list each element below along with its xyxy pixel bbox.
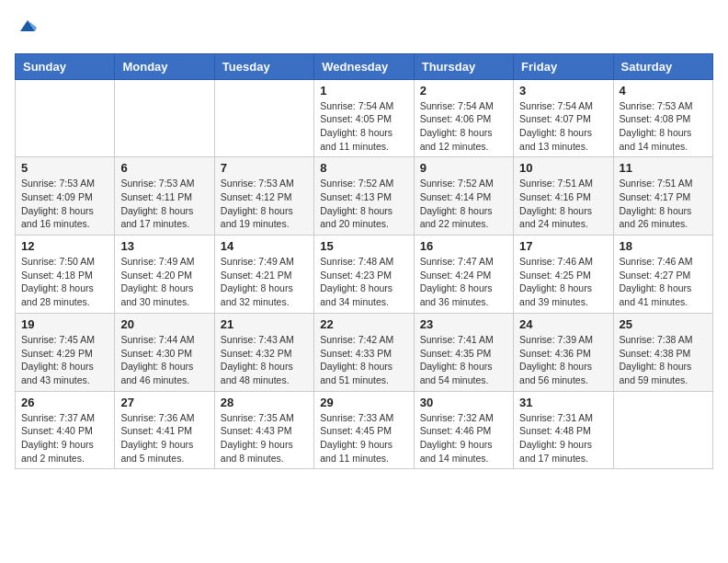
calendar-week-row: 26Sunrise: 7:37 AMSunset: 4:40 PMDayligh… [16,391,713,469]
day-number: 29 [320,396,407,409]
calendar-day-cell: 5Sunrise: 7:53 AMSunset: 4:09 PMDaylight… [16,157,115,236]
day-info: Sunrise: 7:53 AMSunset: 4:09 PMDaylight:… [21,177,108,231]
day-info: Sunrise: 7:51 AMSunset: 4:16 PMDaylight:… [519,177,607,231]
calendar-day-cell: 7Sunrise: 7:53 AMSunset: 4:12 PMDaylight… [214,157,313,236]
day-number: 22 [320,317,407,331]
day-number: 14 [221,239,308,253]
calendar-day-cell: 10Sunrise: 7:51 AMSunset: 4:16 PMDayligh… [514,157,613,236]
day-number: 20 [120,317,208,331]
day-info: Sunrise: 7:37 AMSunset: 4:40 PMDaylight:… [21,411,108,465]
day-number: 7 [221,161,308,175]
day-info: Sunrise: 7:53 AMSunset: 4:12 PMDaylight:… [221,177,308,231]
calendar-day-cell: 16Sunrise: 7:47 AMSunset: 4:24 PMDayligh… [414,236,513,314]
calendar-day-cell: 15Sunrise: 7:48 AMSunset: 4:23 PMDayligh… [314,236,414,314]
page-header [15,15,713,42]
calendar-week-row: 12Sunrise: 7:50 AMSunset: 4:18 PMDayligh… [16,236,713,314]
day-number: 25 [620,317,707,331]
calendar-day-cell: 19Sunrise: 7:45 AMSunset: 4:29 PMDayligh… [16,313,115,391]
calendar-week-row: 5Sunrise: 7:53 AMSunset: 4:09 PMDaylight… [16,157,713,236]
calendar-week-row: 1Sunrise: 7:54 AMSunset: 4:05 PMDaylight… [16,79,713,157]
logo [15,15,39,42]
calendar-day-cell: 21Sunrise: 7:43 AMSunset: 4:32 PMDayligh… [214,313,313,391]
day-info: Sunrise: 7:36 AMSunset: 4:41 PMDaylight:… [120,411,208,465]
calendar-day-cell: 3Sunrise: 7:54 AMSunset: 4:07 PMDaylight… [514,79,613,157]
calendar-day-cell [613,391,712,469]
day-number: 10 [519,161,607,175]
day-number: 4 [620,84,707,98]
day-info: Sunrise: 7:53 AMSunset: 4:08 PMDaylight:… [620,99,707,154]
day-info: Sunrise: 7:42 AMSunset: 4:33 PMDaylight:… [320,333,407,387]
calendar-day-cell: 28Sunrise: 7:35 AMSunset: 4:43 PMDayligh… [214,391,313,469]
calendar-day-cell: 27Sunrise: 7:36 AMSunset: 4:41 PMDayligh… [115,391,214,469]
calendar-day-cell: 23Sunrise: 7:41 AMSunset: 4:35 PMDayligh… [414,313,513,391]
day-of-week-header: Saturday [613,53,712,79]
day-info: Sunrise: 7:49 AMSunset: 4:21 PMDaylight:… [221,255,308,309]
calendar-week-row: 19Sunrise: 7:45 AMSunset: 4:29 PMDayligh… [16,313,713,391]
day-info: Sunrise: 7:45 AMSunset: 4:29 PMDaylight:… [21,333,108,387]
calendar-day-cell: 8Sunrise: 7:52 AMSunset: 4:13 PMDaylight… [314,157,414,236]
day-info: Sunrise: 7:32 AMSunset: 4:46 PMDaylight:… [420,411,507,465]
day-number: 28 [221,396,308,409]
calendar-header-row: SundayMondayTuesdayWednesdayThursdayFrid… [16,53,713,79]
day-info: Sunrise: 7:44 AMSunset: 4:30 PMDaylight:… [120,333,208,387]
day-number: 15 [320,239,407,253]
calendar-day-cell: 9Sunrise: 7:52 AMSunset: 4:14 PMDaylight… [414,157,513,236]
day-info: Sunrise: 7:49 AMSunset: 4:20 PMDaylight:… [120,255,208,309]
day-number: 21 [221,317,308,331]
calendar-day-cell: 12Sunrise: 7:50 AMSunset: 4:18 PMDayligh… [16,236,115,314]
day-of-week-header: Tuesday [214,53,313,79]
day-number: 12 [21,239,108,253]
day-number: 8 [320,161,407,175]
day-of-week-header: Wednesday [314,53,414,79]
day-info: Sunrise: 7:41 AMSunset: 4:35 PMDaylight:… [420,333,507,387]
calendar-day-cell [115,79,214,157]
calendar-day-cell: 17Sunrise: 7:46 AMSunset: 4:25 PMDayligh… [514,236,613,314]
day-number: 31 [519,396,607,409]
calendar-table: SundayMondayTuesdayWednesdayThursdayFrid… [15,53,713,470]
day-info: Sunrise: 7:48 AMSunset: 4:23 PMDaylight:… [320,255,407,309]
day-number: 6 [120,161,208,175]
day-of-week-header: Sunday [16,53,115,79]
day-of-week-header: Monday [115,53,214,79]
day-info: Sunrise: 7:54 AMSunset: 4:06 PMDaylight:… [420,99,507,154]
calendar-day-cell: 20Sunrise: 7:44 AMSunset: 4:30 PMDayligh… [115,313,214,391]
day-number: 1 [320,84,407,98]
day-info: Sunrise: 7:31 AMSunset: 4:48 PMDaylight:… [519,411,607,465]
day-number: 26 [21,396,108,409]
calendar-day-cell: 18Sunrise: 7:46 AMSunset: 4:27 PMDayligh… [613,236,712,314]
day-number: 9 [420,161,507,175]
day-info: Sunrise: 7:53 AMSunset: 4:11 PMDaylight:… [120,177,208,231]
day-info: Sunrise: 7:39 AMSunset: 4:36 PMDaylight:… [519,333,607,387]
calendar-day-cell: 31Sunrise: 7:31 AMSunset: 4:48 PMDayligh… [514,391,613,469]
day-number: 2 [420,84,507,98]
day-number: 13 [120,239,208,253]
calendar-day-cell: 13Sunrise: 7:49 AMSunset: 4:20 PMDayligh… [115,236,214,314]
day-number: 3 [519,84,607,98]
calendar-day-cell [16,79,115,157]
calendar-day-cell: 2Sunrise: 7:54 AMSunset: 4:06 PMDaylight… [414,79,513,157]
day-number: 18 [620,239,707,253]
day-number: 11 [620,161,707,175]
calendar-day-cell: 11Sunrise: 7:51 AMSunset: 4:17 PMDayligh… [613,157,712,236]
day-info: Sunrise: 7:46 AMSunset: 4:25 PMDaylight:… [519,255,607,309]
day-number: 17 [519,239,607,253]
day-info: Sunrise: 7:54 AMSunset: 4:07 PMDaylight:… [519,99,607,154]
calendar-day-cell: 29Sunrise: 7:33 AMSunset: 4:45 PMDayligh… [314,391,414,469]
logo-icon [17,15,39,37]
calendar-day-cell: 25Sunrise: 7:38 AMSunset: 4:38 PMDayligh… [613,313,712,391]
calendar-day-cell: 26Sunrise: 7:37 AMSunset: 4:40 PMDayligh… [16,391,115,469]
day-number: 23 [420,317,507,331]
day-info: Sunrise: 7:38 AMSunset: 4:38 PMDaylight:… [620,333,707,387]
calendar-day-cell: 1Sunrise: 7:54 AMSunset: 4:05 PMDaylight… [314,79,414,157]
day-number: 24 [519,317,607,331]
day-info: Sunrise: 7:54 AMSunset: 4:05 PMDaylight:… [320,99,407,154]
day-info: Sunrise: 7:43 AMSunset: 4:32 PMDaylight:… [221,333,308,387]
calendar-day-cell: 4Sunrise: 7:53 AMSunset: 4:08 PMDaylight… [613,79,712,157]
day-number: 27 [120,396,208,409]
day-number: 16 [420,239,507,253]
day-info: Sunrise: 7:33 AMSunset: 4:45 PMDaylight:… [320,411,407,465]
day-info: Sunrise: 7:47 AMSunset: 4:24 PMDaylight:… [420,255,507,309]
day-info: Sunrise: 7:50 AMSunset: 4:18 PMDaylight:… [21,255,108,309]
day-info: Sunrise: 7:35 AMSunset: 4:43 PMDaylight:… [221,411,308,465]
calendar-day-cell: 14Sunrise: 7:49 AMSunset: 4:21 PMDayligh… [214,236,313,314]
